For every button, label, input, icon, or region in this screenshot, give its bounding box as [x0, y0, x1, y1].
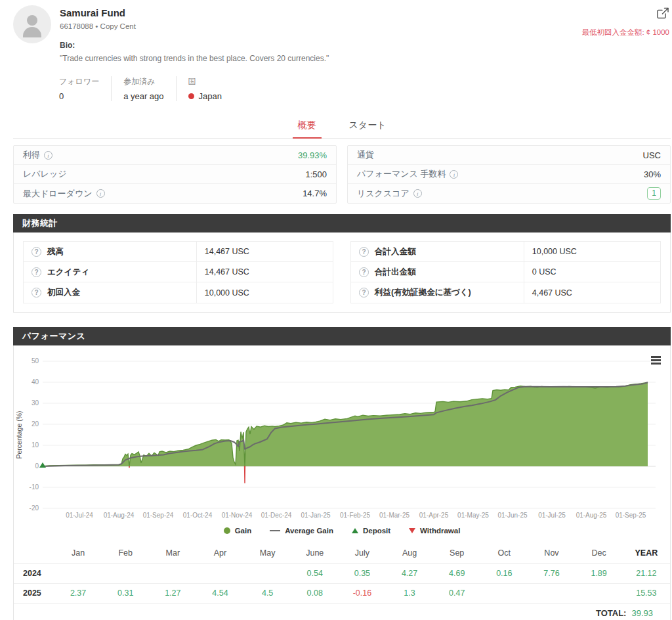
monthly-return-cell — [102, 564, 149, 583]
min-deposit-label: 最低初回入金金額: ¢ 1000 — [581, 28, 669, 37]
fee-value: 30% — [644, 169, 661, 179]
row-balance: ?残高 14,467 USC — [24, 242, 333, 262]
svg-text:10: 10 — [32, 441, 39, 449]
monthly-return-cell: 0.08 — [291, 583, 339, 603]
total-value: 39.93 — [631, 608, 653, 618]
leverage-value: 1:500 — [305, 169, 327, 179]
row-equity: ?エクイティ 14,467 USC — [24, 262, 333, 282]
monthly-return-cell — [149, 564, 196, 583]
initial-deposit-value: 10,000 USC — [197, 288, 249, 298]
share-icon[interactable] — [656, 7, 669, 22]
financial-section-title: 財務統計 — [13, 214, 671, 232]
row-total-withdrawal: ?合計出金額 0 USC — [351, 262, 660, 282]
info-icon[interactable]: i — [44, 151, 52, 160]
total-label: TOTAL: — [596, 608, 626, 618]
fund-stats-row: フォロワー 0 参加済み a year ago 国 Japan — [59, 76, 671, 101]
legend-withdrawal[interactable]: Withdrawal — [409, 527, 460, 535]
performance-section-title: パフォーマンス — [13, 327, 671, 345]
tab-overview[interactable]: 概要 — [297, 114, 318, 138]
svg-text:01-Nov-24: 01-Nov-24 — [222, 512, 253, 519]
financial-left-table: ?残高 14,467 USC ?エクイティ 14,467 USC ?初回入金 1… — [23, 241, 333, 303]
question-icon[interactable]: ? — [359, 247, 369, 257]
monthly-return-cell: 4.54 — [196, 583, 243, 603]
svg-text:01-Aug-25: 01-Aug-25 — [576, 512, 607, 519]
monthly-return-cell: 21.12 — [623, 564, 670, 583]
chart-menu-icon[interactable] — [651, 356, 661, 366]
monthly-return-cell: 1.27 — [149, 583, 196, 603]
currency-value: USC — [643, 150, 661, 160]
overview-left-box: 利得i 39.93% レバレッジ 1:500 最大ドローダウンi 14.7% — [13, 145, 337, 204]
avatar — [13, 5, 51, 43]
monthly-return-cell: 1.3 — [386, 583, 433, 603]
question-icon[interactable]: ? — [32, 247, 41, 257]
svg-text:01-Jul-25: 01-Jul-25 — [538, 512, 566, 519]
total-deposit-value: 10,000 USC — [524, 247, 577, 256]
monthly-return-cell: 0.47 — [433, 583, 480, 603]
svg-text:50: 50 — [32, 357, 39, 365]
row-drawdown: 最大ドローダウンi 14.7% — [14, 184, 336, 203]
monthly-return-cell — [54, 564, 102, 583]
svg-text:01-Jul-24: 01-Jul-24 — [66, 512, 93, 519]
svg-text:-20: -20 — [30, 504, 39, 512]
svg-text:Percentage (%): Percentage (%) — [15, 411, 23, 459]
stat-country: 国 Japan — [176, 76, 234, 101]
monthly-return-cell: 4.69 — [433, 564, 480, 583]
risk-score-badge: 1 — [647, 187, 661, 200]
row-leverage: レバレッジ 1:500 — [14, 165, 336, 184]
monthly-return-cell: 7.76 — [528, 564, 575, 583]
svg-text:01-Sep-24: 01-Sep-24 — [143, 512, 174, 519]
svg-text:01-May-25: 01-May-25 — [457, 512, 489, 519]
stat-followers: フォロワー 0 — [59, 76, 111, 101]
overview-right-box: 通貨 USC パフォーマンス 手数料i 30% リスクスコアi 1 — [347, 145, 671, 204]
monthly-return-cell: 0.54 — [291, 564, 339, 583]
year-label: 2024 — [14, 564, 54, 583]
fund-header: Samurai Fund 66178088 • Copy Cent Bio: "… — [13, 5, 671, 63]
bio-label: Bio: — [60, 41, 329, 50]
total-row: TOTAL: 39.93 — [14, 604, 670, 620]
monthly-returns-table: JanFebMarAprMayJuneJulyAugSepOctNovDecYE… — [14, 542, 670, 604]
page: Samurai Fund 66178088 • Copy Cent Bio: "… — [13, 0, 671, 620]
question-icon[interactable]: ? — [32, 288, 41, 298]
info-icon[interactable]: i — [96, 189, 105, 198]
total-withdrawal-value: 0 USC — [524, 267, 556, 277]
performance-section: パフォーマンス 50403020100-10-20Percentage (%)0… — [13, 327, 671, 620]
row-gain: 利得i 39.93% — [14, 146, 336, 165]
fund-name: Samurai Fund — [60, 7, 329, 18]
legend-gain[interactable]: Gain — [224, 527, 252, 535]
bio-text: "Trade currencies with strong trends in … — [60, 54, 329, 63]
monthly-return-cell: -0.16 — [339, 583, 386, 603]
legend-average-gain[interactable]: Average Gain — [270, 527, 333, 535]
stat-joined: 参加済み a year ago — [111, 76, 175, 101]
monthly-table-body: 20240.540.354.274.690.167.761.8921.12202… — [14, 564, 670, 603]
question-icon[interactable]: ? — [359, 267, 369, 277]
svg-text:01-Oct-24: 01-Oct-24 — [183, 512, 213, 519]
table-row: 20252.370.311.274.544.50.08-0.161.30.471… — [14, 583, 670, 603]
monthly-return-cell: 1.89 — [576, 564, 623, 583]
monthly-return-cell: 4.5 — [244, 583, 291, 603]
legend-deposit[interactable]: Deposit — [352, 527, 390, 535]
financial-right-table: ?合計入金額 10,000 USC ?合計出金額 0 USC ?利益(有効証拠金… — [350, 241, 661, 303]
info-icon[interactable]: i — [450, 170, 458, 179]
gain-value: 39.93% — [298, 150, 327, 160]
profit-value: 4,467 USC — [524, 288, 572, 298]
row-risk-score: リスクスコアi 1 — [348, 184, 670, 203]
monthly-return-cell — [528, 583, 575, 603]
svg-text:01-Sep-25: 01-Sep-25 — [616, 512, 646, 519]
svg-text:30: 30 — [32, 399, 39, 407]
info-icon[interactable]: i — [413, 189, 422, 198]
row-performance-fee: パフォーマンス 手数料i 30% — [348, 165, 670, 184]
monthly-return-cell — [244, 564, 291, 583]
tab-bar: 概要 スタート — [13, 114, 671, 139]
performance-chart: 50403020100-10-20Percentage (%)01-Jul-24… — [14, 352, 670, 521]
tab-start[interactable]: スタート — [348, 114, 388, 138]
monthly-return-cell — [196, 564, 243, 583]
question-icon[interactable]: ? — [32, 267, 41, 277]
question-icon[interactable]: ? — [359, 288, 369, 298]
monthly-return-cell: 0.16 — [480, 564, 528, 583]
monthly-return-cell: 0.35 — [339, 564, 386, 583]
row-currency: 通貨 USC — [348, 146, 670, 165]
row-initial-deposit: ?初回入金 10,000 USC — [24, 282, 333, 303]
japan-flag-icon — [188, 93, 194, 99]
avatar-person-icon — [27, 15, 37, 26]
monthly-return-cell — [480, 583, 528, 603]
